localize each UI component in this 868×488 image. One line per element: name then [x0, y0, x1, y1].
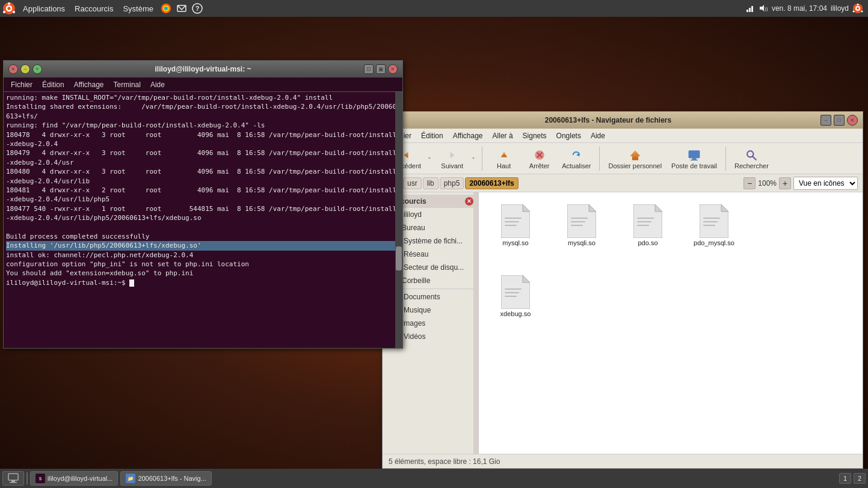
svg-rect-52	[703, 225, 715, 226]
fm-minimize-button[interactable]: −	[820, 115, 831, 126]
fm-desktop-button[interactable]: Poste de travail	[668, 147, 721, 171]
fm-forward-button[interactable]: Suivant	[436, 147, 469, 171]
file-item-mysqli-so[interactable]: mysqli.so	[555, 202, 609, 249]
terminal-text-after: install ok: channel://pecl.php.net/xdebu…	[6, 251, 400, 288]
svg-rect-35	[505, 218, 522, 219]
terminal-menu-aide[interactable]: Aide	[146, 78, 170, 92]
fm-home-icon	[628, 148, 642, 162]
terminal-menu-edition[interactable]: Édition	[37, 78, 69, 92]
fm-bread-usr[interactable]: usr	[403, 177, 422, 189]
file-item-pdo-mysql-so[interactable]: pdo_mysql.so	[687, 202, 741, 249]
user-avatar-icon[interactable]	[852, 3, 863, 14]
fm-menu-onglets[interactable]: Onglets	[552, 129, 586, 143]
svg-rect-29	[692, 158, 697, 160]
taskbar-fm-btn[interactable]: 📁 20060613+lfs - Navig...	[120, 471, 211, 486]
applications-menu[interactable]: Applications	[18, 0, 70, 17]
fm-search-icon	[744, 148, 759, 162]
fm-stop-icon	[532, 148, 547, 162]
terminal-resize-button[interactable]: ⊡	[364, 64, 374, 74]
fm-sidebar-close-button[interactable]: ✕	[465, 197, 473, 206]
fm-toolbar: Précédent Suivant	[383, 143, 863, 174]
taskbar-workspace-2[interactable]: 2	[854, 473, 866, 484]
svg-marker-49	[721, 204, 728, 212]
file-name-xdebug-so: xdebug.so	[500, 310, 531, 317]
terminal-close-button2[interactable]: ✕	[388, 64, 398, 74]
fm-main-area[interactable]: mysql.so mysqli.so	[479, 192, 863, 454]
taskbar-workspace-1[interactable]: 1	[839, 473, 851, 484]
file-name-mysqli-so: mysqli.so	[568, 239, 596, 246]
svg-rect-41	[571, 221, 585, 222]
fm-stop-label: Arrêter	[529, 162, 550, 169]
fm-home-button[interactable]: Dossier personnel	[605, 147, 665, 171]
fm-bread-lib[interactable]: lib	[423, 177, 439, 189]
svg-text:?: ?	[195, 5, 200, 12]
svg-point-7	[164, 7, 168, 10]
svg-marker-27	[630, 150, 640, 160]
taskbar-right: 1 2	[839, 473, 866, 484]
fm-maximize-button[interactable]: □	[834, 115, 845, 126]
file-item-xdebug-so[interactable]: xdebug.so	[488, 273, 543, 320]
bottom-taskbar: $ ililoyd@ililoyd-virtual... 📁 20060613+…	[0, 469, 868, 488]
fm-zoom-level: 100%	[758, 179, 777, 188]
help-icon[interactable]: ?	[189, 0, 205, 17]
terminal-menu-affichage[interactable]: Affichage	[69, 78, 109, 92]
fm-back-dropdown[interactable]	[427, 151, 433, 166]
svg-marker-54	[523, 275, 530, 282]
svg-rect-56	[505, 292, 519, 293]
terminal-content[interactable]: running: make INSTALL_ROOT="/var/tmp/pea…	[4, 92, 402, 348]
raccourcis-menu[interactable]: Raccourcis	[70, 0, 118, 17]
file-name-pdo-so: pdo.so	[638, 239, 657, 246]
svg-rect-47	[637, 225, 649, 226]
fm-bread-php5[interactable]: php5	[440, 177, 464, 189]
taskbar-terminal-btn[interactable]: $ ililoyd@ililoyd-virtual...	[30, 471, 118, 486]
svg-rect-11	[746, 10, 748, 12]
terminal-selected-line: Installing '/usr/lib/php5/20060613+lfs/x…	[6, 241, 400, 250]
fm-view-select[interactable]: Vue en icônes Vue en liste Vue compacte	[793, 177, 858, 190]
terminal-menu-fichier[interactable]: Fichier	[6, 78, 37, 92]
svg-rect-57	[505, 296, 517, 297]
fm-menu-aide[interactable]: Aide	[586, 129, 610, 143]
ubuntu-logo-icon[interactable]	[2, 2, 16, 15]
fm-sidebar-scrollbar[interactable]	[473, 192, 478, 454]
file-name-pdo-mysql-so: pdo_mysql.so	[694, 239, 734, 246]
svg-rect-58	[8, 474, 18, 480]
filemanager-window: 20060613+lfs - Navigateur de fichiers − …	[382, 111, 863, 469]
taskbar-terminal-icon: $	[35, 474, 45, 483]
fm-forward-dropdown[interactable]	[471, 151, 477, 166]
terminal-close-button[interactable]: ✕	[8, 64, 18, 74]
taskbar-show-desktop[interactable]	[2, 471, 24, 486]
file-item-mysql-so[interactable]: mysql.so	[488, 202, 543, 249]
svg-point-2	[8, 2, 10, 5]
fm-refresh-button[interactable]: Actualiser	[558, 147, 594, 171]
fm-stop-button[interactable]: Arrêter	[523, 147, 556, 171]
terminal-menu-terminal[interactable]: Terminal	[109, 78, 146, 92]
fm-forward-label: Suivant	[441, 162, 463, 169]
mail-icon[interactable]	[174, 0, 189, 17]
fm-bread-active[interactable]: 20060613+lfs	[465, 177, 518, 189]
svg-marker-26	[576, 153, 579, 156]
terminal-fullscreen-button[interactable]: ▣	[376, 64, 386, 74]
fm-body: Raccourcis ✕ 🏠 ililoyd 🖥 Bureau 💻 Systèm…	[383, 192, 863, 454]
systeme-menu[interactable]: Système	[118, 0, 158, 17]
fm-search-button[interactable]: Rechercher	[731, 147, 772, 171]
svg-rect-45	[637, 218, 654, 219]
firefox-icon[interactable]	[158, 0, 174, 17]
fm-zoom-in-button[interactable]: +	[779, 177, 791, 189]
fm-menu-allera[interactable]: Aller à	[488, 129, 518, 143]
terminal-minimize-button[interactable]: −	[20, 64, 30, 74]
terminal-scrollbar-thumb[interactable]	[396, 246, 402, 270]
fm-menu-signets[interactable]: Signets	[518, 129, 552, 143]
desktop: Applications Raccourcis Système	[0, 0, 868, 488]
fm-close-button[interactable]: ✕	[847, 115, 858, 126]
fm-up-button[interactable]: Haut	[487, 147, 520, 171]
svg-rect-42	[571, 225, 583, 226]
file-item-pdo-so[interactable]: pdo.so	[621, 202, 675, 249]
taskbar-fm-label: 20060613+lfs - Navig...	[138, 475, 206, 482]
fm-zoom-out-button[interactable]: −	[743, 177, 756, 189]
fm-refresh-icon	[569, 148, 583, 162]
fm-title: 20060613+lfs - Navigateur de fichiers	[398, 116, 818, 124]
terminal-maximize-button[interactable]: +	[32, 64, 42, 74]
fm-menu-affichage[interactable]: Affichage	[448, 129, 488, 143]
fm-menu-edition[interactable]: Édition	[416, 129, 448, 143]
terminal-scrollbar[interactable]	[395, 92, 402, 348]
